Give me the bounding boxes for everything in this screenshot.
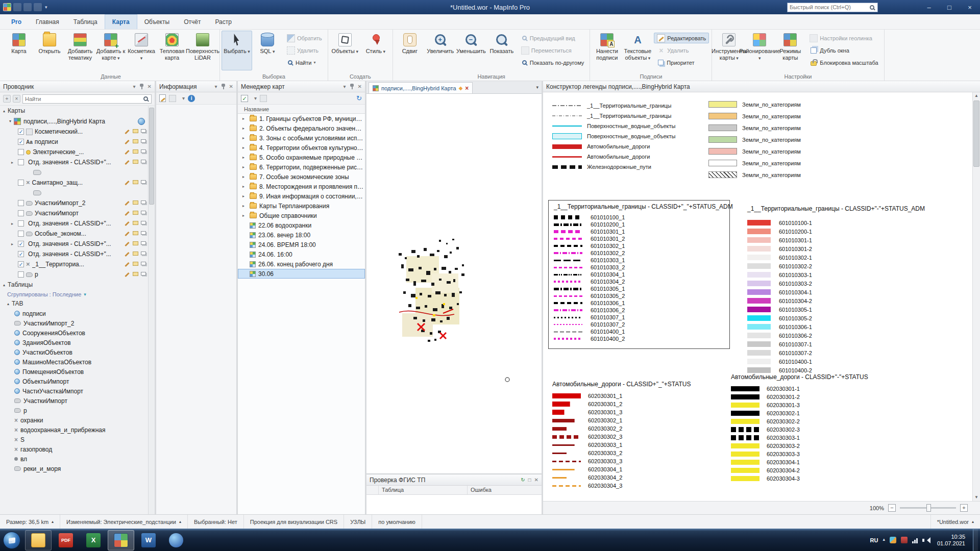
edit-layer-icon[interactable] <box>125 201 130 206</box>
layer-row[interactable]: ▸ УчасткиИмпорт_2 <box>0 198 148 208</box>
legend-row[interactable]: 601010306_1 <box>554 299 724 307</box>
legend-row[interactable]: 602030303_2 <box>552 449 721 457</box>
edit-layer-icon[interactable] <box>125 160 130 165</box>
map-manager-row[interactable]: ▸ 30.06 <box>238 269 365 279</box>
map-manager-row[interactable]: ▸ 9. Иная информация о состоянии, об и..… <box>238 191 365 201</box>
taskbar-app-button[interactable] <box>25 530 52 550</box>
layer-visibility-checkbox[interactable] <box>18 180 24 186</box>
legend-row[interactable]: 601010302_1 <box>554 242 724 249</box>
layer-row[interactable]: ▸ _1__Территориа... <box>0 259 148 269</box>
legend-overview-frame[interactable]: _1__Территориальные_границы _1__Территор… <box>552 101 675 172</box>
layer-theme-icon[interactable] <box>141 252 146 255</box>
expander-icon[interactable]: ▸ <box>242 184 247 189</box>
layer-row[interactable]: ▸ Санитарно_защ... <box>0 178 148 188</box>
legend-row[interactable]: 601010302-1 <box>747 253 905 262</box>
ribbon-tab[interactable]: Объекты <box>137 15 177 29</box>
status-default-mode[interactable]: по умолчанию <box>372 515 422 529</box>
zoom-slider[interactable] <box>900 507 956 509</box>
ribbon-tab[interactable]: Главная <box>29 15 66 29</box>
legend-row[interactable]: 602030304_1 <box>552 465 721 473</box>
ribbon-button[interactable]: Косметика <box>126 31 157 70</box>
ribbon-tab[interactable]: Растр <box>208 15 238 29</box>
layer-visibility-checkbox[interactable] <box>18 271 24 278</box>
edit-layer-icon[interactable] <box>125 262 130 267</box>
legend-row[interactable]: 601010200-1 <box>747 227 905 236</box>
language-indicator[interactable]: RU <box>870 537 878 543</box>
layer-labels-icon[interactable] <box>133 211 138 215</box>
layer-labels-icon[interactable] <box>133 262 138 266</box>
chevron-down-icon[interactable]: ▾ <box>133 84 136 89</box>
legend-roads-underscore-frame[interactable]: Автомобильные_дороги - CLASSID+"_"+STATU… <box>552 381 721 490</box>
expander-icon[interactable]: ▸ <box>11 221 16 226</box>
search-icon[interactable] <box>143 96 148 101</box>
tables-grouping[interactable]: Сгруппированы : Последние ▾ <box>0 290 148 298</box>
layer-labels-icon[interactable] <box>133 231 138 235</box>
edit-layer-icon[interactable] <box>125 139 130 145</box>
expander-icon[interactable]: ▸ <box>242 126 247 131</box>
table-row[interactable]: S <box>0 435 148 444</box>
table-row[interactable]: вл <box>0 454 148 464</box>
tray-up-icon[interactable]: ▴ <box>883 537 885 543</box>
layer-row[interactable]: ▸ Отд. значения - CLASSID+"... <box>0 218 148 229</box>
table-row[interactable]: подписи <box>0 309 148 318</box>
qat-button-1[interactable] <box>13 3 21 11</box>
legend-row[interactable]: 602030301-2 <box>731 393 899 401</box>
legend-row[interactable]: Земли_по_категориям <box>708 98 801 110</box>
taskbar-app-button[interactable] <box>163 530 189 550</box>
ribbon-button[interactable]: Открыть <box>34 31 65 70</box>
layer-visibility-checkbox[interactable] <box>18 200 24 206</box>
legend-row[interactable]: 601010306-1 <box>747 322 905 331</box>
pin-icon[interactable] <box>221 84 226 89</box>
layer-visibility-checkbox[interactable] <box>18 251 24 257</box>
ribbon-tab[interactable]: Отчёт <box>177 15 208 29</box>
layer-row[interactable]: ▸ Отд. значения - CLASSID+"... <box>0 239 148 249</box>
legend-row[interactable]: 601010303_1 <box>554 257 724 264</box>
layer-theme-icon[interactable] <box>141 149 146 153</box>
ribbon-button[interactable]: Добавить к карте <box>95 31 126 70</box>
close-icon[interactable]: ✕ <box>534 477 538 483</box>
map-manager-row[interactable]: ▸ 22.06 водоохранки <box>238 220 365 230</box>
legend-row[interactable]: 602030302_1 <box>552 416 721 424</box>
legend-row[interactable]: 601010307-2 <box>747 348 905 357</box>
map-manager-row[interactable]: ▸ Карты Терпланирования <box>238 201 365 211</box>
tray-shield-icon[interactable] <box>890 537 896 543</box>
legend-row[interactable]: 602030301_1 <box>552 392 721 400</box>
expander-icon[interactable]: ▸ <box>242 165 247 169</box>
layer-theme-icon[interactable] <box>141 221 146 224</box>
layer-labels-icon[interactable] <box>133 221 138 225</box>
scrollbar-thumb[interactable] <box>973 101 979 167</box>
legend-row[interactable]: 602030303-1 <box>731 434 899 442</box>
legend-row[interactable]: 601010302_2 <box>554 249 724 257</box>
add-icon[interactable]: + <box>3 95 11 103</box>
ribbon-small-button[interactable]: Переместиться <box>518 45 587 56</box>
status-workspace[interactable]: *Untitled.wor <box>930 515 980 529</box>
ribbon-button[interactable]: Объекты <box>330 31 360 70</box>
layer-theme-icon[interactable] <box>141 160 146 163</box>
ribbon-button[interactable]: Поверхность LiDAR <box>187 31 218 70</box>
legend-row[interactable]: 602030303-3 <box>731 450 899 458</box>
name-column-header[interactable]: Название <box>238 105 365 114</box>
legend-row[interactable]: 602030302-2 <box>731 417 899 425</box>
layer-labels-icon[interactable] <box>133 149 138 154</box>
map-manager-row[interactable]: ▸ 24.06. 16:00 <box>238 249 365 259</box>
legend-row[interactable]: 601010301_2 <box>554 235 724 242</box>
ribbon-button[interactable]: Сдвиг <box>395 31 425 70</box>
refresh-icon[interactable]: ↻ <box>521 477 525 483</box>
legend-row[interactable]: 602030304_2 <box>552 473 721 482</box>
layer-theme-icon[interactable] <box>141 272 146 276</box>
legend-row[interactable]: 602030301_3 <box>552 408 721 416</box>
ribbon-button[interactable]: Районирование <box>744 31 775 70</box>
layer-theme-icon[interactable] <box>141 241 146 245</box>
ribbon-small-button[interactable]: Обратить <box>284 33 325 43</box>
quick-search[interactable] <box>787 3 878 12</box>
layer-labels-icon[interactable] <box>133 139 138 143</box>
table-row[interactable]: СооруженияОбъектов <box>0 328 148 338</box>
close-icon[interactable]: ✕ <box>358 84 362 89</box>
legend-row[interactable]: 602030304-2 <box>731 466 899 474</box>
table-row[interactable]: МашиноМестаОбъектов <box>0 357 148 367</box>
map-manager-row[interactable]: ▸ 1. Границы субъектов РФ, муниципаль... <box>238 114 365 123</box>
edit-layer-icon[interactable] <box>125 211 130 216</box>
zoom-out-button[interactable]: − <box>888 504 896 512</box>
layer-visibility-checkbox[interactable] <box>18 261 24 267</box>
table-row[interactable]: УчасткиИмпорт_2 <box>0 318 148 328</box>
